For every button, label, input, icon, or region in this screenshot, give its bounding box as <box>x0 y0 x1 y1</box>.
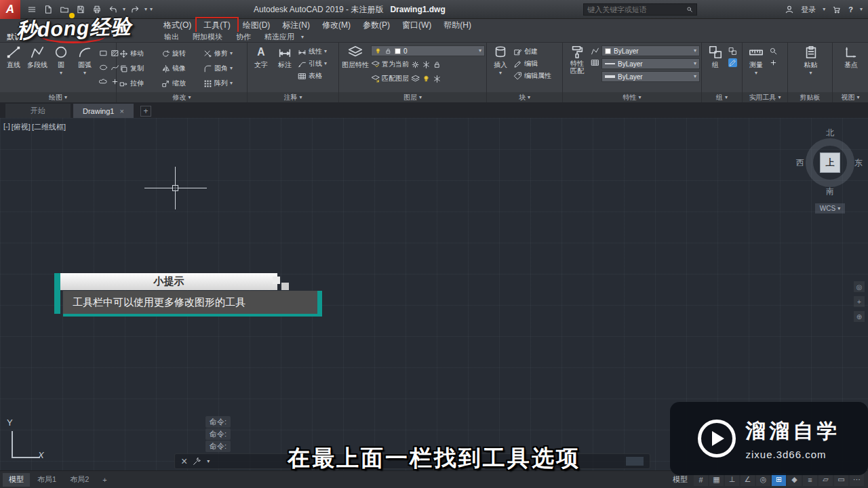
user-icon[interactable] <box>785 5 794 14</box>
layer-off-icon[interactable] <box>422 75 431 83</box>
login-caret-icon[interactable]: ▾ <box>823 7 825 12</box>
ungroup-icon[interactable] <box>728 47 737 56</box>
zoom-icon[interactable]: ⊕ <box>854 311 865 322</box>
tool-match-properties[interactable]: 特性 匹配 <box>566 45 589 75</box>
menu-item-tools[interactable]: 工具(T) <box>197 19 236 32</box>
panel-groups-footer[interactable]: 组▾ <box>702 92 742 102</box>
new-layout-button[interactable]: + <box>96 473 113 487</box>
layout-tab-layout2[interactable]: 布局2 <box>64 473 95 487</box>
tool-dimension[interactable]: 标注 <box>274 45 296 70</box>
app-menu-icon[interactable] <box>25 3 39 16</box>
viewcube-north-label[interactable]: 北 <box>797 127 863 139</box>
layer-lock-icon[interactable] <box>384 47 392 55</box>
tool-circle[interactable]: 圆▾ <box>50 45 72 76</box>
undo-caret-icon[interactable]: ▾ <box>123 7 125 12</box>
viewcube-wcs-menu[interactable]: WCS▾ <box>815 203 845 214</box>
object-color-dropdown[interactable]: ByLayer▾ <box>601 45 700 56</box>
layer-lock2-icon[interactable] <box>433 60 441 69</box>
tool-array[interactable]: 阵列▾ <box>203 79 245 88</box>
tool-linear-dim[interactable]: 线性▾ <box>298 47 327 56</box>
search-input[interactable] <box>587 5 684 14</box>
tool-edit-block[interactable]: 编辑 <box>513 59 551 68</box>
tool-line[interactable]: 直线 <box>3 45 24 70</box>
qat-customize-caret-icon[interactable]: ▾ <box>150 7 153 12</box>
steering-wheel-icon[interactable]: ◎ <box>854 281 865 292</box>
layer-walk-icon[interactable] <box>433 75 441 83</box>
ribbon-tabs-caret-icon[interactable]: ▾ <box>301 32 304 42</box>
panel-draw-footer[interactable]: 绘图▾ <box>0 92 116 102</box>
tool-scale[interactable]: 缩放 <box>161 79 203 88</box>
model-space-toggle[interactable]: 模型 <box>668 474 692 485</box>
tool-polyline[interactable]: 多段线 <box>26 45 48 70</box>
tool-layer-properties[interactable]: 图层特性 <box>342 45 369 70</box>
menu-item-modify[interactable]: 修改(M) <box>316 19 357 32</box>
panel-utilities-footer[interactable]: 实用工具▾ <box>743 92 787 102</box>
ellipse-icon[interactable] <box>99 63 108 72</box>
set-current-layer-icon[interactable] <box>371 60 380 69</box>
redo-caret-icon[interactable]: ▾ <box>144 7 147 12</box>
tool-copy[interactable]: 复制 <box>119 64 161 73</box>
new-file-icon[interactable] <box>41 3 55 16</box>
viewcube-top-face[interactable]: 上 <box>820 152 840 173</box>
pline-edit-icon[interactable] <box>591 47 599 56</box>
tool-table[interactable]: 表格 <box>298 71 327 81</box>
tool-trim[interactable]: 修剪▾ <box>203 49 245 58</box>
panel-annotation-footer[interactable]: 注释▾ <box>248 92 338 102</box>
set-current-layer-button[interactable]: 置为当前 <box>382 60 409 69</box>
help-caret-icon[interactable]: ▾ <box>860 7 863 12</box>
tool-paste[interactable]: 粘贴▾ <box>800 45 822 76</box>
file-tab-drawing1[interactable]: Drawing1× <box>73 104 134 118</box>
layer-sun-icon[interactable] <box>411 60 420 69</box>
layer-select-dropdown[interactable]: 0 ▾ <box>371 45 485 56</box>
revision-cloud-icon[interactable] <box>99 77 108 86</box>
match-layer-button[interactable]: 匹配图层 <box>382 74 409 83</box>
tool-stretch[interactable]: 拉伸 <box>119 79 161 88</box>
lineweight-dropdown[interactable]: ByLayer▾ <box>601 71 700 82</box>
help-search-box[interactable] <box>583 3 697 16</box>
tool-move[interactable]: 移动 <box>119 49 161 58</box>
viewport-minimize-control[interactable]: [-] <box>3 122 10 132</box>
panel-properties-footer[interactable]: 特性▾ <box>563 92 701 102</box>
close-tab-icon[interactable]: × <box>119 107 123 115</box>
autocad-app-logo[interactable]: A <box>0 0 20 19</box>
menu-item-dimension[interactable]: 标注(N) <box>276 19 316 32</box>
menu-item-parametric[interactable]: 参数(P) <box>357 19 396 32</box>
group-edit-icon[interactable] <box>728 58 737 67</box>
help-icon[interactable]: ? <box>848 5 853 14</box>
tool-measure[interactable]: 测量▾ <box>745 45 767 76</box>
tool-base-view[interactable]: 基点 <box>840 45 862 70</box>
layer-color-swatch[interactable] <box>395 48 401 54</box>
tool-edit-attribute[interactable]: 编辑属性 <box>513 71 551 81</box>
panel-layers-footer[interactable]: 图层▾ <box>339 92 486 102</box>
panel-view-footer[interactable]: 视图▾ <box>833 92 868 102</box>
match-layer-icon[interactable] <box>371 75 380 83</box>
id-point-icon[interactable] <box>769 58 778 67</box>
tool-mirror[interactable]: 镜像 <box>161 64 203 73</box>
menu-item-draw[interactable]: 绘图(D) <box>237 19 277 32</box>
new-drawing-tab-button[interactable]: + <box>140 106 151 117</box>
viewport-view-control[interactable]: [俯视] <box>12 122 31 132</box>
app-store-cart-icon[interactable] <box>832 5 842 14</box>
tool-insert-block[interactable]: 插入▾ <box>490 45 511 76</box>
layer-bulb-icon[interactable] <box>374 47 382 55</box>
panel-modify-footer[interactable]: 修改▾ <box>117 92 247 102</box>
tool-fillet[interactable]: 圆角▾ <box>203 64 245 73</box>
menu-item-help[interactable]: 帮助(H) <box>437 19 477 32</box>
layer-dropdown-caret-icon[interactable]: ▾ <box>479 48 481 54</box>
panel-clipboard-footer[interactable]: 剪贴板 <box>788 92 832 102</box>
ribbon-tab-addins[interactable]: 附加模块 <box>186 32 229 42</box>
tool-leader[interactable]: 引线▾ <box>298 59 327 68</box>
search-icon[interactable] <box>686 5 693 14</box>
ribbon-tab-collaborate[interactable]: 协作 <box>229 32 258 42</box>
viewcube[interactable]: 北 上 西 东 南 WCS▾ <box>797 126 863 216</box>
ribbon-tab-output[interactable]: 输出 <box>157 32 186 42</box>
viewcube-east-label[interactable]: 东 <box>854 157 863 169</box>
panel-block-footer[interactable]: 块▾ <box>487 92 562 102</box>
login-label[interactable]: 登录 <box>801 5 816 15</box>
pan-icon[interactable]: + <box>854 296 865 307</box>
linetype-dropdown[interactable]: ByLayer▾ <box>601 58 700 69</box>
tool-create-block[interactable]: 创建 <box>513 47 551 56</box>
layer-freeze-icon[interactable] <box>422 60 431 69</box>
layout-tab-model[interactable]: 模型 <box>3 473 30 487</box>
list-icon[interactable] <box>591 58 599 67</box>
